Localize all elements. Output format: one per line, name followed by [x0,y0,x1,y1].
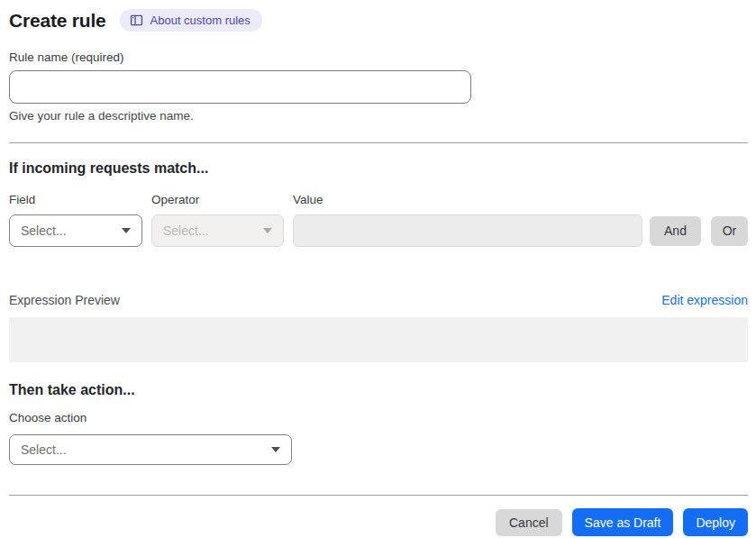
and-button[interactable]: And [650,216,701,246]
footer-actions: Cancel Save as Draft Deploy [9,508,748,536]
field-label: Field [9,193,151,206]
about-custom-rules-badge[interactable]: About custom rules [120,9,262,32]
action-select-value: Select... [21,442,67,457]
expression-preview-box [9,317,748,362]
expression-preview-label: Expression Preview [9,293,120,307]
action-section-heading: Then take action... [9,382,748,398]
chevron-down-icon [271,447,280,452]
value-input [293,214,642,247]
rule-name-input[interactable] [9,70,471,104]
section-divider [9,142,748,143]
about-badge-label: About custom rules [150,14,250,26]
action-select[interactable]: Select... [9,434,292,465]
expression-preview-row: Expression Preview Edit expression [9,293,748,307]
book-icon [130,14,143,27]
page-title: Create rule [9,10,106,32]
operator-select-value: Select... [163,223,209,238]
rule-name-helper: Give your rule a descriptive name. [9,109,748,123]
edit-expression-link[interactable]: Edit expression [661,293,748,307]
field-select[interactable]: Select... [9,214,142,247]
or-button[interactable]: Or [711,216,748,246]
choose-action-label: Choose action [9,411,748,424]
operator-select: Select... [151,214,284,247]
match-labels-row: Field Operator Value [9,193,748,206]
match-section-heading: If incoming requests match... [9,160,748,177]
value-label: Value [293,193,748,206]
chevron-down-icon [263,228,272,233]
rule-name-label: Rule name (required) [9,50,748,64]
match-controls-row: Select... Select... And Or [9,214,748,247]
save-as-draft-button[interactable]: Save as Draft [572,508,674,536]
field-select-value: Select... [21,223,67,238]
rule-name-block: Rule name (required) Give your rule a de… [9,50,748,123]
footer-divider [9,495,748,496]
operator-label: Operator [151,193,293,206]
create-rule-page: Create rule About custom rules Rule name… [0,0,756,536]
deploy-button[interactable]: Deploy [683,508,748,536]
page-header: Create rule About custom rules [9,9,748,32]
chevron-down-icon [122,228,131,233]
cancel-button[interactable]: Cancel [496,509,562,536]
